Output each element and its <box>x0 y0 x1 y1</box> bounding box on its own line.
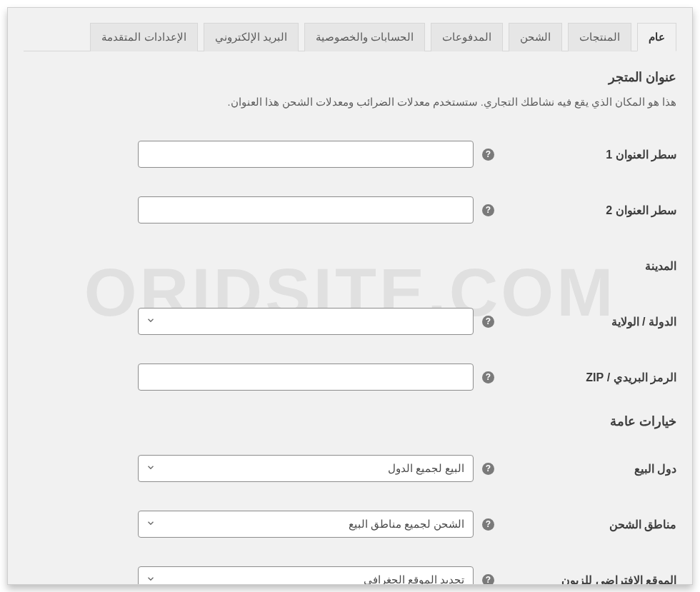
shipping-locations-select[interactable]: الشحن لجميع مناطق البيع <box>138 511 474 538</box>
tab-emails[interactable]: البريد الإلكتروني <box>204 23 299 51</box>
tab-payments[interactable]: المدفوعات <box>431 23 503 51</box>
label-default-customer-location: الموقع الافتراضي للزبون <box>494 552 676 585</box>
tab-label: الإعدادات المتقدمة <box>101 31 186 43</box>
label-city: المدينة <box>494 238 676 294</box>
postcode-input[interactable] <box>147 364 464 390</box>
tab-label: الشحن <box>520 31 551 43</box>
tabs-bar: عام المنتجات الشحن المدفوعات الحسابات وا… <box>24 22 676 51</box>
row-address-line2: سطر العنوان 2 ? <box>24 182 676 238</box>
label-shipping-locations: مناطق الشحن <box>494 496 676 552</box>
address-line1-input-wrap <box>138 141 474 168</box>
help-icon[interactable]: ? <box>482 316 494 328</box>
tab-label: عام <box>649 31 665 43</box>
label-selling-countries: دول البيع <box>494 441 676 496</box>
tab-label: المنتجات <box>579 31 620 43</box>
row-country-state: الدولة / الولاية ? <box>24 294 676 349</box>
field-wrap: ? تحديد الموقع الجغرافي <box>24 566 494 585</box>
default-customer-location-select[interactable]: تحديد الموقع الجغرافي <box>138 566 474 585</box>
help-icon[interactable]: ? <box>482 463 494 475</box>
section-desc-store-address: هذا هو المكان الذي يقع فيه نشاطك التجاري… <box>24 96 676 108</box>
address-line2-input-wrap <box>138 196 474 224</box>
label-address-line2: سطر العنوان 2 <box>494 182 676 238</box>
field-wrap: ? <box>24 363 494 391</box>
section-title-general-options: خيارات عامة <box>24 413 676 429</box>
country-state-select[interactable] <box>138 308 474 335</box>
field-wrap: ? <box>24 308 494 335</box>
label-address-line1: سطر العنوان 1 <box>494 126 676 182</box>
selling-countries-value: البيع لجميع الدول <box>147 463 464 474</box>
tab-shipping[interactable]: الشحن <box>509 23 562 51</box>
help-icon[interactable]: ? <box>482 574 494 586</box>
field-wrap: ? <box>24 141 494 168</box>
address-line1-input[interactable] <box>147 141 464 167</box>
shipping-locations-value: الشحن لجميع مناطق البيع <box>147 518 464 530</box>
tab-accounts-privacy[interactable]: الحسابات والخصوصية <box>304 23 425 51</box>
row-city: المدينة <box>24 238 676 294</box>
field-wrap: ? <box>24 196 494 224</box>
store-address-form: سطر العنوان 1 ? سطر العنوان 2 ? <box>24 126 676 405</box>
help-icon[interactable]: ? <box>482 149 494 161</box>
field-wrap: ? الشحن لجميع مناطق البيع <box>24 511 494 538</box>
selling-countries-select[interactable]: البيع لجميع الدول <box>138 455 474 482</box>
general-options-form: دول البيع ? البيع لجميع الدول مناطق الشح… <box>24 441 676 585</box>
help-icon[interactable]: ? <box>482 204 494 216</box>
section-title-store-address: عنوان المتجر <box>24 69 676 85</box>
row-default-customer-location: الموقع الافتراضي للزبون ? تحديد الموقع ا… <box>24 552 676 585</box>
tab-label: المدفوعات <box>442 31 491 43</box>
field-wrap: ? البيع لجميع الدول <box>24 455 494 482</box>
row-address-line1: سطر العنوان 1 ? <box>24 126 676 182</box>
row-shipping-locations: مناطق الشحن ? الشحن لجميع مناطق البيع <box>24 496 676 552</box>
settings-panel: ORIDSITE.COM عام المنتجات الشحن المدفوعا… <box>7 7 693 585</box>
row-postcode: الرمز البريدي / ZIP ? <box>24 349 676 405</box>
help-icon[interactable]: ? <box>482 371 494 383</box>
chevron-down-icon <box>146 316 156 328</box>
postcode-input-wrap <box>138 363 474 391</box>
tab-advanced[interactable]: الإعدادات المتقدمة <box>90 23 197 51</box>
tab-general[interactable]: عام <box>637 23 676 51</box>
label-country-state: الدولة / الولاية <box>494 294 676 349</box>
address-line2-input[interactable] <box>147 197 464 223</box>
help-icon[interactable]: ? <box>482 518 494 531</box>
tab-label: الحسابات والخصوصية <box>316 31 414 43</box>
label-postcode: الرمز البريدي / ZIP <box>494 349 676 405</box>
tab-label: البريد الإلكتروني <box>215 31 287 43</box>
default-customer-location-value: تحديد الموقع الجغرافي <box>147 574 464 585</box>
tab-products[interactable]: المنتجات <box>568 23 631 51</box>
row-selling-countries: دول البيع ? البيع لجميع الدول <box>24 441 676 496</box>
